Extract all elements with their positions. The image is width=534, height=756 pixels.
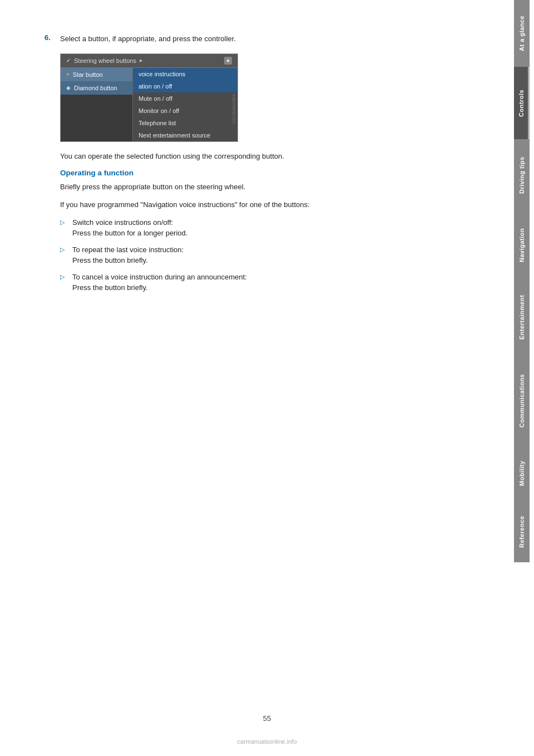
diagram-header-left: ✓ Steering wheel buttons ▸: [66, 57, 143, 64]
list-item: ▷ To cancel a voice instruction during a…: [60, 272, 467, 293]
main-content: 6. Select a button, if appropriate, and …: [0, 0, 495, 756]
step-text: Select a button, if appropriate, and pre…: [60, 33, 236, 45]
right-item-monitor[interactable]: Monitor on / off: [133, 105, 238, 117]
sidebar-item-mobility[interactable]: Mobility: [514, 445, 530, 501]
sidebar-item-driving-tips[interactable]: Driving tips: [514, 139, 530, 212]
ui-diagram: ✓ Steering wheel buttons ▸ ● + Star butt…: [60, 53, 238, 142]
check-icon: ✓: [66, 57, 71, 63]
right-item-voice[interactable]: voice instructions: [133, 68, 238, 80]
bullet-arrow-1: ▷: [60, 218, 68, 227]
bullet-arrow-2: ▷: [60, 245, 68, 254]
diamond-button-item[interactable]: ◆ Diamond button: [61, 81, 132, 95]
diagram-title: Steering wheel buttons: [74, 57, 136, 64]
diagram-left-panel: + Star button ◆ Diamond button: [61, 68, 133, 141]
diagram-nav-arrow: ▸: [140, 57, 143, 64]
right-item-ation[interactable]: ation on / off: [133, 80, 238, 92]
sidebar-item-controls[interactable]: Controls: [514, 67, 530, 139]
tab-label-reference: Reference: [518, 516, 525, 548]
step-number: 6.: [44, 33, 56, 42]
sidebar-item-communications[interactable]: Communications: [514, 356, 530, 445]
tab-label-at-a-glance: At a glance: [518, 16, 525, 51]
bullet-text-3: To cancel a voice instruction during an …: [72, 272, 247, 293]
diagram-watermark: V31354810564: [231, 94, 236, 124]
tab-label-driving-tips: Driving tips: [518, 157, 525, 194]
tab-label-entertainment: Entertainment: [518, 295, 525, 340]
diagram-header: ✓ Steering wheel buttons ▸ ●: [61, 54, 238, 68]
bottom-watermark: carmanualsonline.info: [237, 738, 296, 745]
right-item-mute[interactable]: Mute on / off: [133, 92, 238, 105]
diagram-right-panel: voice instructions ation on / off Mute o…: [133, 68, 238, 141]
settings-icon[interactable]: ●: [224, 57, 232, 65]
star-icon: +: [66, 71, 70, 77]
tab-label-navigation: Navigation: [518, 228, 525, 262]
bullet-arrow-3: ▷: [60, 272, 68, 282]
sidebar-item-at-a-glance[interactable]: At a glance: [514, 0, 530, 67]
tab-label-communications: Communications: [518, 374, 525, 428]
bullet-list: ▷ Switch voice instructions on/off:Press…: [60, 217, 467, 293]
tab-label-mobility: Mobility: [518, 460, 525, 486]
page-number: 55: [263, 714, 271, 723]
step-6-row: 6. Select a button, if appropriate, and …: [44, 33, 467, 45]
sidebar-tabs: At a glance Controls Driving tips Naviga…: [514, 0, 534, 756]
section-intro-1: Briefly press the appropriate button on …: [60, 181, 467, 193]
body-text-1: You can operate the selected function us…: [60, 151, 467, 162]
section-heading: Operating a function: [60, 169, 467, 177]
bullet-text-2: To repeat the last voice instruction:Pre…: [72, 244, 184, 266]
sidebar-item-entertainment[interactable]: Entertainment: [514, 278, 530, 356]
diagram-body: + Star button ◆ Diamond button voice ins…: [61, 68, 238, 141]
right-item-entertainment[interactable]: Next entertainment source: [133, 129, 238, 141]
tab-label-controls: Controls: [518, 89, 525, 116]
section-intro-2: If you have programmed "Navigation voice…: [60, 199, 467, 210]
diamond-icon: ◆: [66, 85, 71, 91]
list-item: ▷ To repeat the last voice instruction:P…: [60, 244, 467, 266]
right-item-telephone[interactable]: Telephone list: [133, 117, 238, 129]
diamond-button-label: Diamond button: [74, 85, 117, 91]
star-button-item[interactable]: + Star button: [61, 68, 132, 81]
star-button-label: Star button: [73, 71, 103, 78]
bullet-text-1: Switch voice instructions on/off:Press t…: [72, 217, 187, 239]
sidebar-item-reference[interactable]: Reference: [514, 501, 530, 562]
page-container: 6. Select a button, if appropriate, and …: [0, 0, 534, 756]
list-item: ▷ Switch voice instructions on/off:Press…: [60, 217, 467, 239]
sidebar-item-navigation[interactable]: Navigation: [514, 212, 530, 278]
